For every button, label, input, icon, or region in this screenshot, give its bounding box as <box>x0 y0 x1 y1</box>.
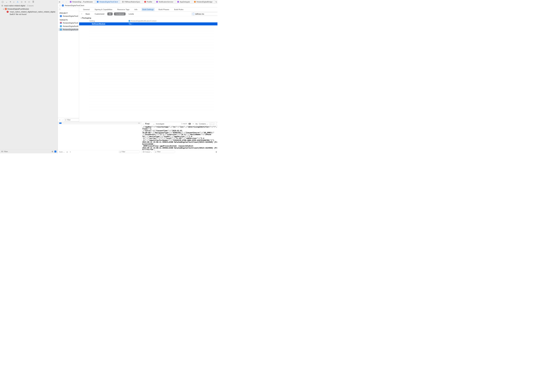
chevron-down-icon[interactable]: ⌄ <box>153 123 154 125</box>
filter-icon[interactable]: ⊙ <box>1 150 3 153</box>
find-mode[interactable] <box>145 123 152 125</box>
reports-icon[interactable]: ☰ <box>32 1 34 3</box>
m-icon <box>156 1 158 3</box>
auto-scope-label[interactable]: Auto ⌄ <box>59 151 65 153</box>
tab-resource-tags[interactable]: Resource Tags <box>116 8 130 11</box>
tab-general[interactable]: General <box>82 8 91 11</box>
console-filter-input[interactable] <box>157 151 178 153</box>
tab-fbreactnativespec[interactable]: FBReactNativeSpec <box>120 0 142 3</box>
trash-icon[interactable]: 🗑 <box>216 151 217 153</box>
tab-podfile[interactable]: Podfile <box>142 0 154 3</box>
console-view: ⌕ ⌄ Investigate 1 match × ＋ Aa Contains … <box>141 122 217 153</box>
project-item[interactable]: RelatedDigitalTestCl… <box>59 15 78 18</box>
extension-icon <box>60 29 62 31</box>
source-control-icon[interactable]: ⌄ <box>6 1 8 3</box>
breadcrumb-label[interactable]: RelatedDigitalTestClient <box>65 4 84 7</box>
clock-icon[interactable] <box>54 150 56 153</box>
settings-table: Packaging Setting RelatedDigitalNotifica… <box>79 16 217 122</box>
breakpoints-icon[interactable]: ▭ <box>28 1 30 3</box>
pod-icon <box>144 0 146 3</box>
scope-combined[interactable]: Combined <box>114 12 126 16</box>
tests-icon[interactable]: ◇ <box>21 1 22 3</box>
case-sensitive-icon[interactable]: Aa <box>195 123 198 125</box>
clear-find-icon[interactable]: × <box>188 123 191 125</box>
remove-target-icon[interactable]: − <box>62 119 63 121</box>
settings-search-input[interactable] <box>195 13 217 15</box>
tab-build-rules[interactable]: Build Rules <box>173 8 185 11</box>
tab-signing[interactable]: Signing & Capabilities <box>93 8 113 11</box>
target-item[interactable]: RelatedDigitalNotifi… <box>59 25 78 28</box>
settings-section-packaging[interactable]: Packaging <box>79 16 217 20</box>
find-done-button[interactable]: Done <box>216 123 217 125</box>
find-icon[interactable]: ⌕ <box>13 1 15 3</box>
list-icon[interactable]: ≡ <box>70 151 71 153</box>
issues-project-header[interactable]: 🏛 react-native-related-digital 2 issues <box>0 4 58 8</box>
tab-overflow-icon[interactable]: ⇆ <box>215 0 217 3</box>
nav-back-icon[interactable]: ‹ <box>61 0 64 3</box>
console-find-bar: ⌕ ⌄ Investigate 1 match × ＋ Aa Contains … <box>141 122 217 126</box>
search-icon <box>193 13 194 15</box>
toggle-sidebar-icon[interactable]: ▢ <box>59 4 61 7</box>
error-text: 'react_native_related_digital/react_nati… <box>10 11 56 16</box>
tab-build-settings[interactable]: Build Settings <box>141 8 154 11</box>
nav-forward-icon[interactable]: › <box>64 0 68 3</box>
filter-icon: ⊙ <box>65 119 66 121</box>
minimize-icon[interactable]: ▭ <box>138 122 140 124</box>
scope-all[interactable]: All <box>107 12 113 16</box>
section-project: PROJECT <box>58 11 79 15</box>
add-setting-icon[interactable]: ＋ <box>81 13 83 15</box>
module-icon <box>5 8 7 10</box>
add-icon[interactable]: ＋ <box>192 123 194 125</box>
issue-error-row[interactable]: ! 'react_native_related_digital/react_na… <box>0 10 58 16</box>
debug-area: ▭ Auto ⌄ ◎ ≡ ⊙ ⌕ ⌄ Investigate 1 match × <box>58 122 217 153</box>
setting-row-defines-module[interactable]: Defines Module Yes <box>79 22 217 25</box>
issues-count: 2 issues <box>27 5 33 7</box>
extension-icon <box>129 20 130 22</box>
target-item[interactable]: RelatedDigitalNotifi… <box>59 28 78 31</box>
disclosure-icon[interactable] <box>3 8 4 10</box>
scope-toggle-icon[interactable]: ◐ <box>52 150 54 153</box>
symbol-icon[interactable]: ≡ <box>10 1 11 3</box>
setting-name: Defines Module <box>79 23 127 25</box>
tab-relateddigitalbridge[interactable]: RelatedDigitalBridge <box>192 0 215 3</box>
target-item[interactable]: RelatedDigitalTestCl… <box>59 21 78 24</box>
setting-value[interactable]: Yes <box>127 23 217 25</box>
editor-area: ⊞ ‹ › RelatedDigi…PushModule RelatedDigi… <box>58 0 217 153</box>
m-icon <box>177 1 179 3</box>
scope-basic[interactable]: Basic <box>84 12 92 16</box>
scope-levels[interactable]: Levels <box>127 12 136 16</box>
output-scope[interactable]: All Output ⌄ <box>143 151 152 153</box>
project-name: react-native-related-digital <box>4 5 25 7</box>
add-target-icon[interactable]: ＋ <box>59 119 61 121</box>
match-type[interactable]: Contains ⌄ <box>199 123 208 125</box>
issue-module-group[interactable]: RelatedDigitalPushModule <box>0 8 58 10</box>
variables-filter-input[interactable] <box>122 151 143 153</box>
settings-search[interactable]: ⊗ <box>191 12 217 16</box>
related-items-icon[interactable]: ⊞ <box>58 0 61 3</box>
tab-notificationservice[interactable]: NotificationService <box>154 0 175 3</box>
breadcrumb-bar: ▢ RelatedDigitalTestClient ‹ › <box>58 4 217 7</box>
find-nav[interactable]: ‹› <box>209 123 215 125</box>
settings-grid-header: Setting RelatedDigitalNotificationConten… <box>79 20 217 22</box>
debug-icon[interactable]: ⎋ <box>25 1 26 3</box>
scope-indicator-icon[interactable] <box>59 123 62 124</box>
investigate-field[interactable]: Investigate <box>156 123 164 125</box>
variables-view: ▭ Auto ⌄ ◎ ≡ ⊙ <box>58 122 141 153</box>
prev-match-icon[interactable]: ‹ <box>209 123 212 125</box>
tab-test-client[interactable]: RelatedDigitalTestClient <box>95 0 120 3</box>
console-output[interactable]: ,\"appKey\":\"rniostestapp\",\"os\":\"io… <box>141 126 217 150</box>
navigator-selector[interactable]: ▢ ⌄ ≡ ⌕ ⚠︎ ◇ ⎋ ▭ ☰ <box>0 0 58 4</box>
next-match-icon[interactable]: › <box>212 123 215 125</box>
issues-icon[interactable]: ⚠︎ <box>17 1 19 3</box>
tab-build-phases[interactable]: Build Phases <box>158 8 170 11</box>
editor-section-tabs: General Signing & Capabilities Resource … <box>79 7 217 12</box>
eye-icon[interactable]: ◎ <box>66 151 68 153</box>
scope-customized[interactable]: Customized <box>93 12 106 16</box>
tab-push-module[interactable]: RelatedDigi…PushModule <box>68 0 95 3</box>
tab-appdelegate[interactable]: AppDelegate <box>175 0 192 3</box>
outline-icon[interactable]: ▢ <box>59 8 61 10</box>
tab-info[interactable]: Info <box>133 8 138 11</box>
folder-icon[interactable]: ▢ <box>2 1 3 3</box>
navigator-filter-input[interactable] <box>4 150 51 153</box>
build-settings-scope-bar: ＋ Basic Customized All Combined Levels ⊗ <box>79 12 217 16</box>
